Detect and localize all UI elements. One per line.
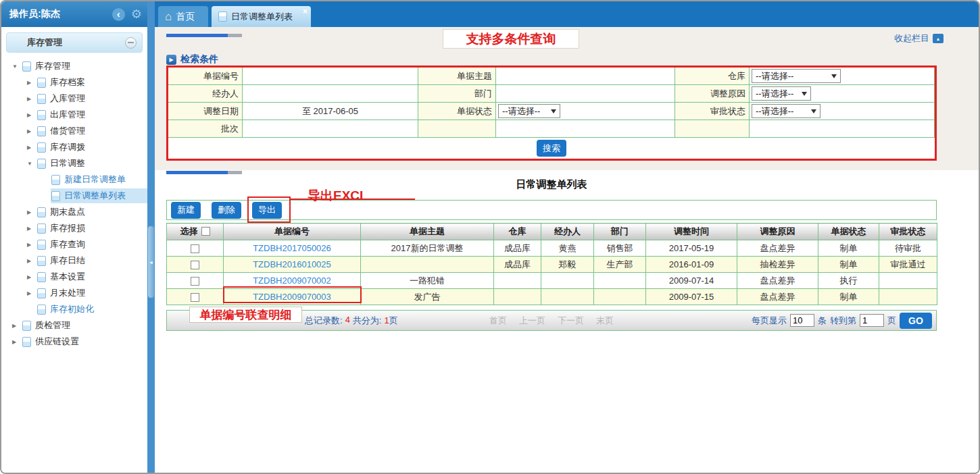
home-icon: ⌂: [165, 11, 172, 22]
order-no-link[interactable]: TZDBH2009070003: [253, 292, 331, 302]
collapse-sidebar-icon[interactable]: ‹: [112, 8, 125, 21]
sidebar: 操作员:陈杰 ‹ ⚙ 库存管理 ▼库存管理 ▶库存档案 ▶入库管理 ▶出库管理 …: [1, 1, 147, 473]
go-button[interactable]: GO: [900, 313, 932, 329]
tree-item-query[interactable]: ▶库存查询: [1, 236, 147, 253]
order-no-link[interactable]: TZDBH2009070002: [253, 275, 331, 286]
doc-icon: [37, 159, 46, 169]
collapsed-arrow-icon[interactable]: ▶: [27, 144, 36, 151]
tree-item-stocktake[interactable]: ▶期末盘点: [1, 204, 147, 220]
tree-item-borrow[interactable]: ▶借货管理: [1, 123, 147, 139]
doc-icon: [37, 126, 46, 136]
expanded-arrow-icon[interactable]: ▼: [27, 161, 36, 167]
tree-item-daily-close[interactable]: ▶库存日结: [1, 253, 147, 269]
label-handler: 经办人: [168, 85, 243, 103]
list-title: 日常调整单列表: [166, 178, 937, 191]
tab-daily-adjust-list[interactable]: 日常调整单列表 ×: [212, 6, 311, 27]
row-checkbox[interactable]: [191, 244, 199, 253]
expanded-arrow-icon[interactable]: ▼: [12, 63, 22, 70]
prev-page-link[interactable]: 上一页: [519, 315, 545, 327]
dept-input[interactable]: [498, 87, 672, 101]
warehouse-select[interactable]: --请选择--: [752, 69, 841, 83]
tab-home[interactable]: ⌂ 首页: [158, 6, 208, 27]
collapsed-arrow-icon[interactable]: ▶: [27, 242, 36, 248]
doc-icon: [37, 256, 46, 266]
reason-select[interactable]: --请选择--: [752, 86, 811, 101]
close-tab-icon[interactable]: ×: [303, 7, 308, 16]
tree-item-qc-mgmt[interactable]: ▶质检管理: [1, 317, 147, 334]
collapse-up-icon: ▲: [933, 34, 944, 43]
approval-status-select[interactable]: --请选择--: [752, 104, 820, 118]
tree-item-loss[interactable]: ▶库存报损: [1, 220, 147, 236]
search-button[interactable]: 搜索: [537, 140, 566, 157]
collapsed-arrow-icon[interactable]: ▶: [27, 209, 36, 215]
table-row: TZDBH2016010025 成品库 郑毅 生产部 2016-01-09 抽检…: [167, 257, 937, 273]
app-window: 操作员:陈杰 ‹ ⚙ 库存管理 ▼库存管理 ▶库存档案 ▶入库管理 ▶出库管理 …: [0, 0, 980, 474]
goto-page-input[interactable]: [860, 314, 884, 327]
label-order-status: 单据状态: [418, 103, 496, 120]
label-reason: 调整原因: [675, 85, 750, 103]
collapsed-arrow-icon[interactable]: ▶: [27, 290, 36, 296]
select-all-checkbox[interactable]: [201, 227, 210, 236]
order-no-link[interactable]: TZDBH2017050026: [253, 243, 331, 253]
collapsed-arrow-icon[interactable]: ▶: [27, 226, 36, 232]
collapsed-arrow-icon[interactable]: ▶: [27, 96, 36, 102]
tree-item-basic-settings[interactable]: ▶基本设置: [1, 269, 147, 285]
tree-item-init[interactable]: 库存初始化: [1, 301, 147, 317]
doc-icon: [37, 288, 46, 298]
tree-item-outbound[interactable]: ▶出库管理: [1, 107, 147, 123]
date-to-field[interactable]: 至 2017-06-05: [302, 105, 358, 117]
doc-icon: [37, 207, 46, 217]
collapsed-arrow-icon[interactable]: ▶: [27, 80, 36, 86]
gear-icon[interactable]: ⚙: [131, 8, 142, 20]
doc-icon: [37, 94, 46, 104]
tree-item-archive[interactable]: ▶库存档案: [1, 74, 147, 90]
doc-icon: [37, 305, 46, 315]
export-button[interactable]: 导出: [252, 202, 282, 219]
record-summary: 总记录数:4 共分为:1页: [305, 315, 398, 327]
order-no-link[interactable]: TZDBH2016010025: [253, 259, 331, 269]
tree-item-inbound[interactable]: ▶入库管理: [1, 90, 147, 107]
order-no-input[interactable]: [245, 70, 416, 83]
last-page-link[interactable]: 末页: [596, 315, 614, 327]
collapse-section-link[interactable]: 收起栏目 ▲: [894, 32, 944, 45]
collapsed-arrow-icon[interactable]: ▶: [12, 339, 22, 345]
tree-item-inventory-mgmt[interactable]: ▼库存管理: [1, 58, 147, 74]
collapsed-arrow-icon[interactable]: ▶: [27, 258, 36, 264]
collapsed-arrow-icon[interactable]: ▶: [27, 274, 36, 280]
panel-title: 库存管理: [27, 36, 125, 49]
tree-item-daily-adjust[interactable]: ▼日常调整: [1, 155, 147, 172]
per-page-input[interactable]: [790, 314, 814, 327]
row-checkbox[interactable]: [191, 277, 199, 286]
tree-item-new-daily-adjust[interactable]: 新建日常调整单: [1, 172, 147, 188]
order-status-select[interactable]: --请选择--: [498, 104, 560, 118]
collapsed-arrow-icon[interactable]: ▶: [12, 323, 22, 329]
label-adjust-date: 调整日期: [168, 103, 243, 120]
section-divider: [166, 171, 242, 174]
tree-item-transfer[interactable]: ▶库存调拨: [1, 139, 147, 155]
search-section-header: ▶ 检索条件: [166, 53, 218, 65]
tree-item-month-end[interactable]: ▶月末处理: [1, 285, 147, 301]
collapsed-arrow-icon[interactable]: ▶: [27, 112, 36, 118]
row-checkbox[interactable]: [191, 261, 199, 269]
tree-item-supply-chain[interactable]: ▶供应链设置: [1, 334, 147, 350]
row-checkbox[interactable]: [191, 293, 199, 302]
first-page-link[interactable]: 首页: [489, 315, 507, 327]
batch-input[interactable]: [245, 122, 416, 136]
minimize-panel-icon[interactable]: [125, 37, 137, 49]
label-dept: 部门: [418, 85, 496, 103]
doc-icon: [22, 61, 31, 72]
doc-icon: [51, 175, 60, 185]
table-header-row: 选择 单据编号 单据主题 仓库 经办人 部门 调整时间 调整原因 单据状态 审批…: [167, 223, 937, 240]
subject-input[interactable]: [498, 70, 672, 83]
splitter-handle[interactable]: ◄: [148, 226, 154, 298]
search-form: 单据编号 单据主题 仓库 --请选择-- 经办人 部门 调整原因 --请选择--…: [166, 65, 937, 161]
table-row: TZDBH2009070003 发广告 2009-07-15 盘点差异 制单: [167, 289, 937, 305]
delete-button[interactable]: 删除: [212, 202, 241, 219]
new-button[interactable]: 新建: [171, 202, 201, 219]
table-row: TZDBH2017050026 2017新的日常调整 成品库 黄燕 销售部 20…: [167, 240, 937, 257]
handler-input[interactable]: [245, 87, 416, 101]
next-page-link[interactable]: 下一页: [558, 315, 584, 327]
collapsed-arrow-icon[interactable]: ▶: [27, 128, 36, 134]
sidebar-panel-header[interactable]: 库存管理: [6, 32, 143, 53]
tree-item-daily-adjust-list[interactable]: 日常调整单列表: [1, 188, 147, 204]
